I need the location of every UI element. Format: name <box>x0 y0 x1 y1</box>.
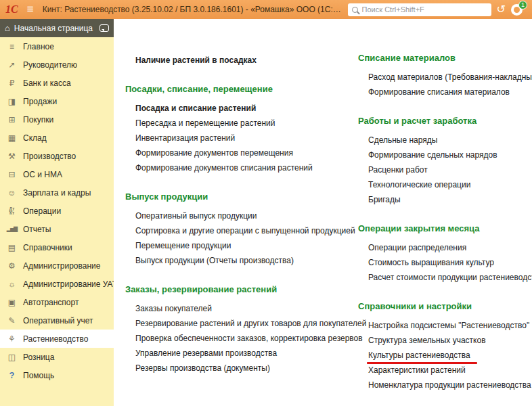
command-link[interactable]: Оперативный выпуск продукции <box>135 208 257 223</box>
command-link[interactable]: Наличие растений в посадках <box>135 53 257 68</box>
sidebar-item-label: Склад <box>23 133 47 143</box>
command-link[interactable]: Резервирование растений и других товаров… <box>135 316 366 331</box>
discussions-icon[interactable] <box>99 24 109 32</box>
command-link[interactable]: Сортировка и другие операции с выпущенно… <box>135 223 355 238</box>
dtkt-icon: Дт Кт <box>6 207 18 215</box>
sidebar-item-purchases[interactable]: ⊞Покупки <box>0 110 114 129</box>
production-icon: ⚒ <box>6 152 18 161</box>
sidebar-item-label: Производство <box>23 152 76 161</box>
1c-logo: 1С <box>5 3 18 16</box>
section-header: Работы и расчет заработка <box>358 116 476 127</box>
command-link[interactable]: Посадка и списание растений <box>135 101 256 116</box>
command-link[interactable]: Пересадка и перемещение растений <box>135 116 275 131</box>
sidebar-item-label: Отчеты <box>23 225 51 234</box>
section-header: Заказы, резервирование растений <box>125 284 277 295</box>
sidebar-item-label: Администрирование УАТ <box>23 279 117 289</box>
bulb-icon: ☼ <box>6 279 18 289</box>
command-link[interactable]: Культуры растениеводства <box>368 348 470 363</box>
sidebar-item-label: Администрирование <box>23 261 100 271</box>
sidebar-item-label: Продажи <box>23 97 57 106</box>
sidebar-item-plant-growing[interactable]: ⚘Растениеводство <box>0 330 114 348</box>
people-icon: ☺ <box>6 188 18 198</box>
sidebar-item-fixed-assets[interactable]: ⊟ОС и НМА <box>0 165 114 183</box>
sidebar-item-administration-uat[interactable]: ☼Администрирование УАТ <box>0 275 114 293</box>
command-link[interactable]: Характеристики растений <box>368 363 466 378</box>
notifications-icon[interactable]: 1 <box>511 4 523 16</box>
sidebar-item-main[interactable]: ≡Главное <box>0 37 114 55</box>
content-column-right: Списание материаловРасход материалов (Тр… <box>358 53 532 406</box>
sidebar-item-label: Розница <box>23 353 54 362</box>
annotated-command-label: Культуры растениеводства <box>368 348 470 363</box>
content-column-left: Наличие растений в посадкахПосадки, спис… <box>125 53 349 406</box>
menu-icon: ≡ <box>6 42 18 51</box>
command-link[interactable]: Проверка обеспеченности заказов, коррект… <box>135 331 363 346</box>
sidebar-item-bank-cash[interactable]: ₽Банк и касса <box>0 74 114 92</box>
command-link[interactable]: Структура земельных участков <box>368 333 486 348</box>
command-link[interactable]: Заказы покупателей <box>135 301 212 316</box>
home-icon: ⌂ <box>5 23 10 33</box>
start-page-content: Наличие растений в посадкахПосадки, спис… <box>114 19 532 406</box>
sidebar-item-label: Банк и касса <box>23 78 71 88</box>
book-icon: ▤ <box>6 243 18 252</box>
search-input[interactable] <box>362 5 487 14</box>
command-link[interactable]: Расценки работ <box>368 162 428 177</box>
sidebar-item-retail[interactable]: ◫Розница <box>0 348 114 366</box>
sidebar-item-vehicles[interactable]: ▣Автотранспорт <box>0 293 114 311</box>
notification-badge: 1 <box>518 1 527 9</box>
truck-icon: ⊟ <box>6 170 18 179</box>
command-link[interactable]: Сдельные наряды <box>368 133 437 148</box>
ruble-icon: ₽ <box>6 78 18 88</box>
command-link[interactable]: Формирование списания материалов <box>368 85 510 99</box>
sidebar-item-label: Главное <box>23 42 54 51</box>
sidebar-item-manager[interactable]: ↗Руководителю <box>0 55 114 74</box>
sidebar-item-reports[interactable]: ▂▅▇Отчеты <box>0 220 114 238</box>
sidebar-item-payroll[interactable]: ☺Зарплата и кадры <box>0 183 114 202</box>
section-header: Операции закрытия месяца <box>358 223 479 234</box>
help-icon: ? <box>6 370 18 380</box>
ledger-icon: ✎ <box>6 316 18 325</box>
sidebar-item-catalogs[interactable]: ▤Справочники <box>0 238 114 256</box>
sidebar-item-warehouse[interactable]: ▦Склад <box>0 129 114 147</box>
command-link[interactable]: Технологические операции <box>368 177 470 192</box>
command-link[interactable]: Резервы производства (документы) <box>135 361 270 376</box>
sidebar-item-administration[interactable]: ⚙Администрирование <box>0 256 114 275</box>
section-header: Выпуск продукции <box>125 191 208 202</box>
sidebar-item-label: Оперативный учет <box>23 316 93 325</box>
global-search[interactable] <box>348 3 491 16</box>
command-link[interactable]: Формирование документов перемещения <box>135 145 293 160</box>
command-link[interactable]: Инвентаризация растений <box>135 131 235 145</box>
sidebar-item-sales[interactable]: ◨Продажи <box>0 92 114 110</box>
chart-line-icon: ↗ <box>6 60 18 70</box>
command-link[interactable]: Операции распределения <box>368 240 466 255</box>
command-link[interactable]: Формирование сдельных нарядов <box>368 148 497 162</box>
command-link[interactable]: Расчет стоимости продукции растениеводст… <box>368 270 532 285</box>
sidebar-item-help[interactable]: ?Помощь <box>0 366 114 384</box>
history-icon[interactable]: ↺ <box>497 4 506 15</box>
command-link[interactable]: Выпуск продукции (Отчеты производства) <box>135 253 294 268</box>
sidebar-item-production[interactable]: ⚒Производство <box>0 147 114 165</box>
command-link[interactable]: Стоимость выращивания культур <box>368 255 494 270</box>
home-page-button[interactable]: ⌂ Начальная страница <box>0 19 114 37</box>
command-link[interactable]: Настройка подсистемы "Растениеводство" <box>368 318 529 333</box>
sidebar-item-operations[interactable]: Дт КтОперации <box>0 202 114 220</box>
sidebar-item-label: Руководителю <box>23 60 77 70</box>
command-link[interactable]: Управление резервами производства <box>135 346 277 361</box>
section-header: Списание материалов <box>358 53 456 64</box>
car-icon: ▣ <box>6 298 18 307</box>
command-link[interactable]: Перемещение продукции <box>135 238 231 253</box>
sidebar-item-operational-accounting[interactable]: ✎Оперативный учет <box>0 311 114 330</box>
section-header: Посадки, списание, перемещение <box>125 84 273 95</box>
section-header: Справочники и настройки <box>358 301 472 312</box>
command-link[interactable]: Номенклатура продукции растениеводства <box>368 378 531 392</box>
sidebar-item-label: ОС и НМА <box>23 170 62 179</box>
sidebar: ⌂ Начальная страница ≡Главное↗Руководите… <box>0 19 114 406</box>
window-title: Кинт: Растениеводство (3.25.10.02 / БП 3… <box>43 5 342 14</box>
command-link[interactable]: Бригады <box>368 192 401 207</box>
command-link[interactable]: Формирование документов списания растени… <box>135 160 313 175</box>
sidebar-item-label: Помощь <box>23 371 54 380</box>
command-link[interactable]: Расход материалов (Требования-накладные) <box>368 70 532 85</box>
main-menu-icon[interactable]: ≡ <box>24 3 37 16</box>
app-body: ⌂ Начальная страница ≡Главное↗Руководите… <box>0 19 532 406</box>
sidebar-item-label: Операции <box>23 206 61 216</box>
sidebar-item-label: Покупки <box>23 115 53 125</box>
